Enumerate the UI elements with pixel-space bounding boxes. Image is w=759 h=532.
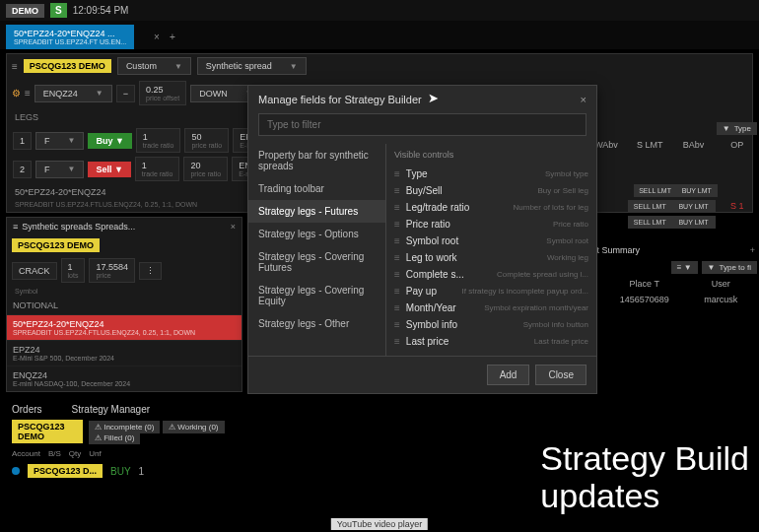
modal-side-item[interactable]: Strategy legs - Futures	[248, 200, 385, 223]
modal-side-item[interactable]: Strategy legs - Other	[248, 312, 385, 335]
menu-button[interactable]: ⋮	[139, 262, 162, 280]
field-row[interactable]: ≡Type Symbol type	[394, 166, 588, 182]
price-col-header: BAbv	[671, 137, 715, 153]
drag-icon[interactable]: ≡	[394, 168, 400, 179]
foot-col-header: Place T	[606, 276, 683, 292]
close-icon[interactable]: ×	[231, 222, 236, 232]
account-badge[interactable]: PSCQG123 DEMO	[12, 420, 83, 443]
field-row[interactable]: ≡Price ratio Price ratio	[394, 216, 588, 233]
modal-filter-input[interactable]	[258, 113, 586, 136]
youtube-tooltip: YouTube video player	[331, 518, 428, 530]
price-offset-value[interactable]: 0.25price offset	[139, 81, 186, 105]
menu-icon[interactable]: ≡	[25, 88, 31, 99]
field-row[interactable]: ≡Complete s... Complete spread using l..…	[394, 266, 588, 283]
visible-controls-label: Visible controls	[394, 150, 588, 160]
account-badge[interactable]: PSCQG123 DEMO	[12, 238, 100, 252]
buy-lmt-button[interactable]: BUY LMT	[676, 184, 718, 197]
field-row[interactable]: ≡Symbol info Symbol info button	[394, 316, 588, 333]
drag-icon[interactable]: ≡	[394, 319, 400, 330]
menu-icon[interactable]: ≡	[13, 222, 18, 232]
manage-fields-modal: Manage fields for Strategy Builder × Pro…	[247, 85, 597, 394]
add-button[interactable]: Add	[487, 365, 530, 385]
leg-type-dropdown[interactable]: F ▼	[35, 161, 84, 178]
cursor-icon: ➤	[428, 91, 439, 105]
order-filter[interactable]: ⚠ Filled (0)	[89, 432, 140, 444]
instrument-row[interactable]: ENQZ24E-mini NASDAQ-100, December 2024	[7, 366, 242, 391]
custom-dropdown[interactable]: Custom▼	[117, 57, 191, 75]
symbol-dropdown[interactable]: ENQZ24▼	[34, 85, 112, 102]
drag-icon[interactable]: ≡	[394, 185, 400, 196]
overlay-caption: Strategy Build updates	[540, 440, 749, 514]
price-cell[interactable]: 17.5584price	[89, 258, 135, 283]
drag-icon[interactable]: ≡	[394, 252, 400, 263]
leg-trade-ratio[interactable]: 1trade ratio	[136, 128, 181, 153]
sell-lmt-button[interactable]: SELL LMT	[628, 216, 671, 229]
modal-side-item[interactable]: Strategy legs - Options	[248, 223, 385, 245]
drag-icon[interactable]: ≡	[394, 235, 400, 246]
leg-side-button[interactable]: Sell ▼	[88, 162, 130, 177]
field-hint: Buy or Sell leg	[537, 186, 588, 195]
instrument-row[interactable]: EPZ24E-Mini S&P 500, December 2024	[7, 340, 242, 366]
price-col-header: S LMT	[628, 137, 671, 153]
drag-icon[interactable]: ≡	[394, 286, 400, 297]
instrument-row[interactable]: 50*EPZ24-20*ENQZ24SPREADBIT US.EPZ24.FTL…	[7, 314, 242, 340]
top-bar: DEMO S 12:09:54 PM	[0, 0, 759, 21]
symbol-label: Symbol	[7, 286, 242, 297]
drag-icon[interactable]: ≡	[394, 202, 400, 213]
field-name: Leg/trade ratio	[406, 202, 470, 213]
gear-icon[interactable]: ⚙	[12, 88, 21, 99]
filter-chip[interactable]: ≡ ▼	[671, 261, 698, 274]
sell-lmt-button[interactable]: SELL LMT	[628, 200, 671, 213]
account-badge[interactable]: PSCQG123 DEMO	[24, 59, 111, 73]
tab-strip: 50*EPZ24-20*ENQZ24 ... SPREADBIT US.EPZ2…	[0, 21, 759, 49]
leg-type-dropdown[interactable]: F ▼	[35, 132, 84, 150]
leg-trade-ratio[interactable]: 1trade ratio	[135, 157, 180, 181]
type-filter[interactable]: ▼ Type	[717, 122, 757, 135]
leg-price-ratio[interactable]: 50price ratio	[184, 128, 229, 153]
field-row[interactable]: ≡Symbol root Symbol root	[394, 233, 588, 249]
tab-close-icon[interactable]: ×	[154, 32, 160, 42]
synthetic-dropdown[interactable]: Synthetic spread▼	[197, 57, 307, 75]
close-button[interactable]: Close	[535, 365, 586, 385]
tab-spread[interactable]: 50*EPZ24-20*ENQZ24 ... SPREADBIT US.EPZ2…	[6, 25, 134, 49]
sell-lmt-button[interactable]: SELL LMT	[634, 184, 675, 197]
leg-side-button[interactable]: Buy ▼	[88, 133, 131, 149]
search-chip[interactable]: ▼ Type to fi	[702, 261, 757, 274]
field-row[interactable]: ≡Leg to work Working leg	[394, 249, 588, 266]
modal-side-item[interactable]: Property bar for synthetic spreads	[248, 144, 385, 177]
field-name: Buy/Sell	[406, 185, 443, 196]
drag-icon[interactable]: ≡	[394, 219, 400, 230]
s-badge: S	[50, 3, 67, 18]
modal-side-item[interactable]: Strategy legs - Covering Equity	[248, 279, 385, 312]
field-row[interactable]: ≡Leg/trade ratio Number of lots for leg	[394, 199, 588, 216]
spreads-panel: ≡Synthetic spreads Spreads...× PSCQG123 …	[6, 217, 242, 392]
order-filter[interactable]: ⚠ Working (0)	[163, 421, 224, 433]
modal-side-item[interactable]: Strategy legs - Covering Futures	[248, 245, 385, 279]
field-name: Pay up	[406, 286, 437, 297]
field-hint: If strategy is incomplete payup ord...	[461, 287, 588, 296]
modal-side-item[interactable]: Trading toolbar	[248, 177, 385, 200]
field-row[interactable]: ≡Month/Year Symbol expiration month/year	[394, 299, 588, 316]
field-hint: Symbol root	[546, 236, 588, 245]
field-row[interactable]: ≡Buy/Sell Buy or Sell leg	[394, 182, 588, 199]
tab-add-icon[interactable]: +	[170, 32, 175, 42]
order-row[interactable]: PSCQG123 D... BUY 1	[6, 461, 242, 481]
drag-icon[interactable]: ≡	[394, 269, 400, 280]
crack-input[interactable]: CRACK	[12, 262, 57, 280]
leg-price-ratio[interactable]: 20price ratio	[183, 157, 228, 181]
lots-cell[interactable]: 1lots	[61, 258, 86, 283]
spreads-title: Synthetic spreads Spreads...	[22, 222, 135, 232]
field-name: Price ratio	[406, 219, 450, 230]
field-hint: Price ratio	[553, 220, 588, 229]
add-icon[interactable]: +	[750, 245, 755, 255]
modal-close-icon[interactable]: ×	[581, 94, 586, 105]
field-row[interactable]: ≡Pay up If strategy is incomplete payup …	[394, 283, 588, 299]
minus-button[interactable]: −	[116, 85, 135, 102]
buy-lmt-button[interactable]: BUY LMT	[671, 216, 715, 229]
field-row[interactable]: ≡Last price Last trade price	[394, 333, 588, 350]
buy-lmt-button[interactable]: BUY LMT	[671, 200, 715, 213]
drag-icon[interactable]: ≡	[394, 302, 400, 313]
title-bar-icon[interactable]: ≡	[12, 61, 18, 72]
drag-icon[interactable]: ≡	[394, 336, 400, 347]
field-name: Complete s...	[406, 269, 464, 280]
